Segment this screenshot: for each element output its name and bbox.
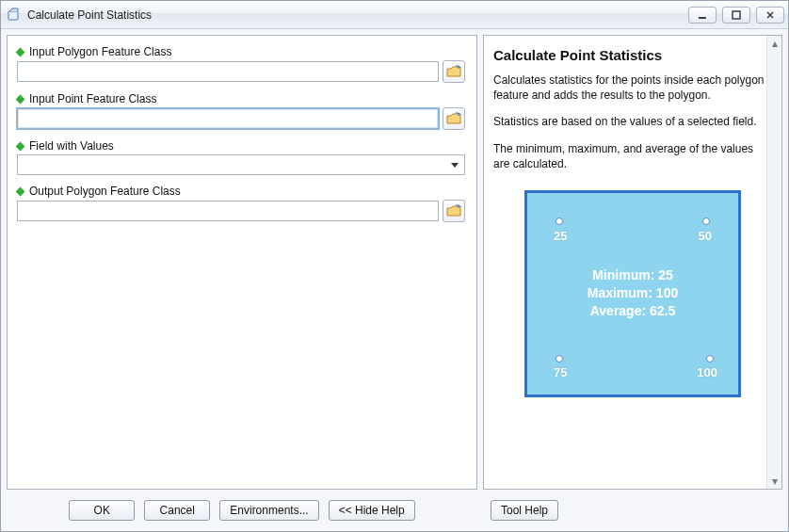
diagram-stats: Minimum: 25 Maximum: 100 Average: 62.5 — [527, 266, 738, 320]
required-indicator-icon — [16, 186, 25, 196]
required-indicator-icon — [16, 94, 25, 104]
parameters-pane: Input Polygon Feature Class Input Point … — [7, 35, 477, 490]
help-pane: Calculate Point Statistics Calculates st… — [483, 35, 782, 490]
diagram-stat-line: Minimum: 25 — [527, 266, 738, 284]
diagram-stat-line: Average: 62.5 — [527, 302, 738, 320]
input-point-field[interactable] — [17, 108, 439, 129]
browse-button[interactable] — [443, 200, 465, 222]
browse-button[interactable] — [443, 107, 465, 130]
svg-rect-1 — [699, 17, 706, 19]
scroll-track[interactable] — [767, 51, 781, 474]
param-input-polygon: Input Polygon Feature Class — [15, 45, 465, 83]
close-button[interactable] — [756, 7, 784, 24]
svg-rect-2 — [733, 11, 740, 19]
diagram-point-icon — [706, 355, 714, 363]
help-paragraph: The minimum, maximum, and average of the… — [493, 141, 772, 171]
tool-help-button[interactable]: Tool Help — [491, 500, 558, 521]
titlebar[interactable]: Calculate Point Statistics — [1, 1, 788, 29]
minimize-button[interactable] — [688, 7, 717, 24]
diagram-point-icon — [556, 355, 563, 363]
button-row: OK Cancel Environments... << Hide Help T… — [7, 495, 782, 525]
param-input-point: Input Point Feature Class — [15, 92, 465, 130]
help-paragraph: Statistics are based on the values of a … — [493, 114, 772, 129]
hide-help-button[interactable]: << Hide Help — [329, 500, 415, 521]
param-field-values: Field with Values — [15, 139, 465, 175]
diagram-point-icon — [556, 218, 563, 225]
diagram-stat-line: Maximum: 100 — [527, 284, 738, 302]
help-title: Calculate Point Statistics — [493, 47, 772, 63]
svg-rect-0 — [8, 11, 18, 20]
ok-button[interactable]: OK — [69, 500, 135, 521]
diagram-polygon: 25 50 75 100 Minimum: 25 Maximum: 100 Av… — [524, 190, 741, 397]
required-indicator-icon — [16, 141, 25, 151]
param-label: Field with Values — [29, 139, 114, 153]
diagram-point-label: 50 — [699, 229, 712, 243]
help-scrollbar[interactable]: ▴ ▾ — [766, 36, 781, 489]
scroll-up-icon[interactable]: ▴ — [767, 36, 781, 51]
browse-button[interactable] — [443, 60, 465, 83]
param-output-polygon: Output Polygon Feature Class — [15, 185, 465, 222]
param-label: Output Polygon Feature Class — [29, 185, 181, 198]
output-polygon-field[interactable] — [17, 201, 439, 221]
param-label: Input Polygon Feature Class — [29, 45, 171, 58]
diagram-point-label: 100 — [697, 365, 717, 379]
cancel-button[interactable]: Cancel — [144, 500, 210, 521]
client-area: Input Polygon Feature Class Input Point … — [1, 29, 788, 531]
diagram-point-label: 75 — [554, 365, 567, 379]
param-label: Input Point Feature Class — [29, 92, 156, 105]
scroll-down-icon[interactable]: ▾ — [767, 474, 781, 489]
help-paragraph: Calculates statistics for the points ins… — [493, 73, 772, 103]
field-values-dropdown[interactable] — [17, 154, 465, 175]
required-indicator-icon — [16, 47, 25, 56]
help-diagram: 25 50 75 100 Minimum: 25 Maximum: 100 Av… — [493, 190, 772, 397]
diagram-point-label: 25 — [554, 229, 567, 243]
app-icon — [7, 8, 22, 23]
window-controls — [688, 7, 784, 24]
dialog-window: Calculate Point Statistics Input Polygon… — [0, 0, 789, 532]
left-buttons: OK Cancel Environments... << Hide Help — [7, 500, 477, 521]
diagram-point-icon — [702, 218, 710, 225]
input-polygon-field[interactable] — [17, 61, 439, 82]
window-title: Calculate Point Statistics — [27, 8, 688, 22]
maximize-button[interactable] — [722, 7, 750, 24]
panes: Input Polygon Feature Class Input Point … — [7, 35, 782, 490]
right-buttons: Tool Help — [477, 500, 782, 521]
environments-button[interactable]: Environments... — [219, 500, 318, 521]
